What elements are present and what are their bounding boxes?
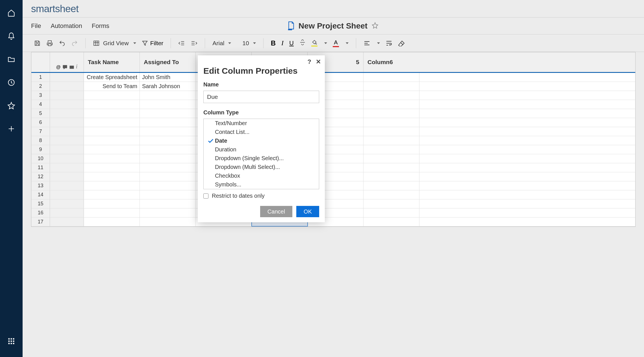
cell[interactable] bbox=[364, 208, 419, 217]
favorites-icon[interactable] bbox=[7, 101, 16, 110]
flags-cell[interactable] bbox=[50, 217, 84, 226]
fill-color-caret[interactable] bbox=[324, 42, 327, 44]
cell[interactable] bbox=[364, 190, 419, 199]
column-name-input[interactable] bbox=[203, 91, 319, 103]
flags-cell[interactable] bbox=[50, 127, 84, 136]
menu-file[interactable]: File bbox=[31, 22, 41, 30]
cell[interactable] bbox=[140, 154, 196, 163]
font-family-selector[interactable]: Arial bbox=[212, 40, 231, 47]
folder-icon[interactable] bbox=[7, 55, 16, 64]
row-number[interactable]: 13 bbox=[31, 181, 50, 190]
print-icon[interactable] bbox=[46, 40, 53, 47]
cell[interactable] bbox=[84, 208, 140, 217]
cell[interactable] bbox=[84, 154, 140, 163]
menu-forms[interactable]: Forms bbox=[92, 22, 109, 30]
cell[interactable] bbox=[140, 109, 196, 118]
cell[interactable] bbox=[140, 199, 196, 208]
cell[interactable] bbox=[364, 163, 419, 172]
align-caret[interactable] bbox=[377, 42, 380, 44]
clear-format-button[interactable] bbox=[398, 40, 405, 46]
cell[interactable] bbox=[364, 118, 419, 127]
cell[interactable] bbox=[84, 100, 140, 109]
cell[interactable] bbox=[364, 181, 419, 190]
flags-cell[interactable] bbox=[50, 172, 84, 181]
flags-cell[interactable] bbox=[50, 190, 84, 199]
cell[interactable] bbox=[364, 127, 419, 136]
cell[interactable] bbox=[84, 217, 140, 226]
attachment-icon[interactable]: @ bbox=[56, 65, 61, 70]
flags-cell[interactable] bbox=[50, 199, 84, 208]
flags-cell[interactable] bbox=[50, 91, 84, 100]
cell[interactable] bbox=[140, 145, 196, 154]
cell[interactable] bbox=[364, 145, 419, 154]
row-number[interactable]: 8 bbox=[31, 136, 50, 145]
cell[interactable] bbox=[140, 208, 196, 217]
underline-button[interactable]: U bbox=[289, 40, 294, 47]
cell[interactable] bbox=[140, 217, 196, 226]
cell[interactable] bbox=[364, 100, 419, 109]
flags-cell[interactable] bbox=[50, 100, 84, 109]
cell[interactable]: John Smith bbox=[140, 73, 196, 82]
row-number[interactable]: 11 bbox=[31, 163, 50, 172]
column-type-option[interactable]: Checkbox bbox=[204, 171, 319, 180]
cell[interactable]: Sarah Johnson bbox=[140, 82, 196, 91]
column-type-option[interactable]: Dropdown (Single Select)... bbox=[204, 154, 319, 163]
cell[interactable] bbox=[140, 181, 196, 190]
cell[interactable] bbox=[140, 100, 196, 109]
wrap-button[interactable] bbox=[386, 40, 392, 46]
cell[interactable] bbox=[364, 154, 419, 163]
outdent-icon[interactable] bbox=[178, 40, 185, 47]
fill-color-button[interactable] bbox=[311, 40, 317, 47]
cell[interactable] bbox=[364, 109, 419, 118]
font-size-selector[interactable]: 10 bbox=[242, 40, 256, 47]
text-color-button[interactable]: A bbox=[333, 39, 339, 47]
cancel-button[interactable]: Cancel bbox=[260, 206, 292, 217]
italic-button[interactable]: I bbox=[281, 39, 284, 47]
flags-cell[interactable] bbox=[50, 163, 84, 172]
recents-icon[interactable] bbox=[7, 78, 16, 87]
cell[interactable] bbox=[364, 136, 419, 145]
flags-cell[interactable] bbox=[50, 154, 84, 163]
indent-icon[interactable] bbox=[191, 40, 197, 47]
row-number[interactable]: 6 bbox=[31, 118, 50, 127]
cell[interactable] bbox=[140, 127, 196, 136]
add-icon[interactable] bbox=[7, 124, 16, 133]
cell[interactable] bbox=[140, 136, 196, 145]
cell[interactable] bbox=[140, 163, 196, 172]
cell[interactable]: Send to Team bbox=[84, 82, 140, 91]
view-selector[interactable]: Grid View bbox=[93, 40, 136, 47]
row-number[interactable]: 15 bbox=[31, 199, 50, 208]
flags-cell[interactable] bbox=[50, 136, 84, 145]
row-number[interactable]: 7 bbox=[31, 127, 50, 136]
cell[interactable] bbox=[84, 172, 140, 181]
flags-cell[interactable] bbox=[50, 208, 84, 217]
flags-cell[interactable] bbox=[50, 181, 84, 190]
cell[interactable] bbox=[364, 172, 419, 181]
cell[interactable] bbox=[364, 91, 419, 100]
flags-cell[interactable] bbox=[50, 118, 84, 127]
flags-cell[interactable] bbox=[50, 82, 84, 91]
cell[interactable] bbox=[84, 91, 140, 100]
redo-icon[interactable] bbox=[71, 40, 78, 47]
column-type-option[interactable]: Date bbox=[204, 136, 319, 145]
row-number[interactable]: 12 bbox=[31, 172, 50, 181]
column-type-option[interactable]: Duration bbox=[204, 145, 319, 154]
favorite-star-icon[interactable] bbox=[372, 22, 378, 30]
column-header-0[interactable]: Task Name bbox=[84, 52, 140, 72]
row-number[interactable]: 5 bbox=[31, 109, 50, 118]
cell[interactable] bbox=[84, 145, 140, 154]
menu-automation[interactable]: Automation bbox=[51, 22, 82, 30]
undo-icon[interactable] bbox=[59, 40, 66, 47]
cell[interactable] bbox=[84, 199, 140, 208]
cell[interactable] bbox=[364, 217, 419, 226]
row-number[interactable]: 4 bbox=[31, 100, 50, 109]
cell[interactable] bbox=[140, 91, 196, 100]
cell[interactable] bbox=[84, 109, 140, 118]
row-number[interactable]: 17 bbox=[31, 217, 50, 226]
cell[interactable] bbox=[140, 172, 196, 181]
column-type-option[interactable]: Symbols... bbox=[204, 180, 319, 189]
cell[interactable] bbox=[84, 163, 140, 172]
row-number[interactable]: 2 bbox=[31, 82, 50, 91]
flags-cell[interactable] bbox=[50, 73, 84, 82]
sheet-title[interactable]: New Project Sheet bbox=[299, 21, 367, 31]
